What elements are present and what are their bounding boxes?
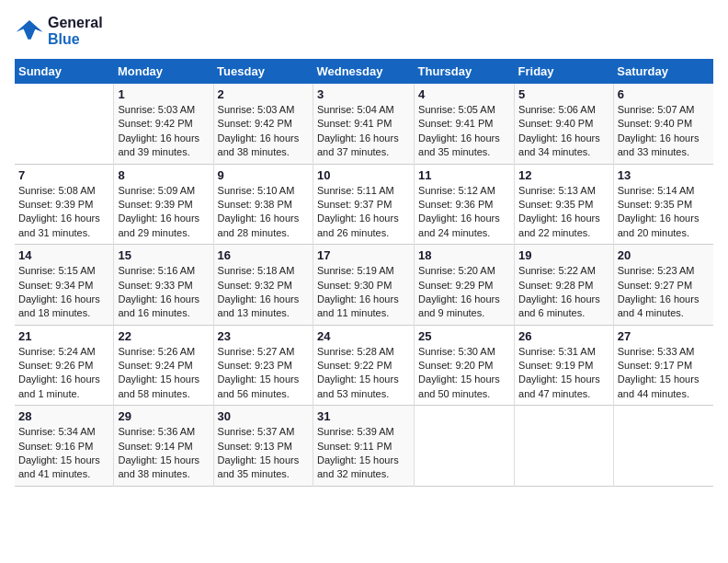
day-info: Sunrise: 5:03 AM Sunset: 9:42 PM Dayligh… <box>218 103 309 160</box>
day-info: Sunrise: 5:09 AM Sunset: 9:39 PM Dayligh… <box>118 184 209 241</box>
calendar-cell: 11Sunrise: 5:12 AM Sunset: 9:36 PM Dayli… <box>415 164 515 245</box>
day-info: Sunrise: 5:04 AM Sunset: 9:41 PM Dayligh… <box>317 103 410 160</box>
day-info: Sunrise: 5:13 AM Sunset: 9:35 PM Dayligh… <box>518 184 609 241</box>
calendar-table: SundayMondayTuesdayWednesdayThursdayFrid… <box>15 59 713 487</box>
day-number: 11 <box>418 168 510 182</box>
day-number: 29 <box>118 409 209 423</box>
day-info: Sunrise: 5:30 AM Sunset: 9:20 PM Dayligh… <box>418 345 510 402</box>
logo-bird-icon <box>15 18 44 44</box>
day-info: Sunrise: 5:20 AM Sunset: 9:29 PM Dayligh… <box>418 264 510 321</box>
calendar-cell: 1Sunrise: 5:03 AM Sunset: 9:42 PM Daylig… <box>114 84 213 164</box>
calendar-cell: 10Sunrise: 5:11 AM Sunset: 9:37 PM Dayli… <box>313 164 414 245</box>
day-info: Sunrise: 5:26 AM Sunset: 9:24 PM Dayligh… <box>118 345 209 402</box>
calendar-cell: 9Sunrise: 5:10 AM Sunset: 9:38 PM Daylig… <box>213 164 313 245</box>
day-number: 24 <box>317 329 410 343</box>
header-cell-friday: Friday <box>515 59 614 84</box>
calendar-cell: 5Sunrise: 5:06 AM Sunset: 9:40 PM Daylig… <box>515 84 614 164</box>
header-cell-thursday: Thursday <box>415 59 515 84</box>
calendar-cell <box>415 406 515 487</box>
day-number: 30 <box>218 409 309 423</box>
day-info: Sunrise: 5:19 AM Sunset: 9:30 PM Dayligh… <box>317 264 410 321</box>
calendar-cell: 21Sunrise: 5:24 AM Sunset: 9:26 PM Dayli… <box>15 325 114 406</box>
day-info: Sunrise: 5:06 AM Sunset: 9:40 PM Dayligh… <box>518 103 609 160</box>
calendar-cell: 30Sunrise: 5:37 AM Sunset: 9:13 PM Dayli… <box>213 406 313 487</box>
calendar-cell: 23Sunrise: 5:27 AM Sunset: 9:23 PM Dayli… <box>213 325 313 406</box>
calendar-cell: 19Sunrise: 5:22 AM Sunset: 9:28 PM Dayli… <box>515 245 614 326</box>
day-info: Sunrise: 5:28 AM Sunset: 9:22 PM Dayligh… <box>317 345 410 402</box>
day-number: 18 <box>418 248 510 262</box>
calendar-cell: 22Sunrise: 5:26 AM Sunset: 9:24 PM Dayli… <box>114 325 213 406</box>
day-number: 8 <box>118 168 209 182</box>
day-info: Sunrise: 5:27 AM Sunset: 9:23 PM Dayligh… <box>218 345 309 402</box>
calendar-cell <box>515 406 614 487</box>
day-number: 22 <box>118 329 209 343</box>
day-number: 27 <box>618 329 710 343</box>
day-info: Sunrise: 5:08 AM Sunset: 9:39 PM Dayligh… <box>18 184 109 241</box>
day-number: 17 <box>317 248 410 262</box>
header-row: SundayMondayTuesdayWednesdayThursdayFrid… <box>15 59 713 84</box>
week-row-3: 14Sunrise: 5:15 AM Sunset: 9:34 PM Dayli… <box>15 245 713 326</box>
calendar-cell: 28Sunrise: 5:34 AM Sunset: 9:16 PM Dayli… <box>15 406 114 487</box>
week-row-1: 1Sunrise: 5:03 AM Sunset: 9:42 PM Daylig… <box>15 84 713 164</box>
day-number: 9 <box>218 168 309 182</box>
day-number: 21 <box>18 329 109 343</box>
day-number: 3 <box>317 87 410 101</box>
day-number: 4 <box>418 87 510 101</box>
calendar-cell: 8Sunrise: 5:09 AM Sunset: 9:39 PM Daylig… <box>114 164 213 245</box>
day-number: 19 <box>518 248 609 262</box>
day-info: Sunrise: 5:34 AM Sunset: 9:16 PM Dayligh… <box>18 425 109 482</box>
day-info: Sunrise: 5:12 AM Sunset: 9:36 PM Dayligh… <box>418 184 510 241</box>
day-number: 20 <box>618 248 710 262</box>
logo: General Blue <box>15 15 103 48</box>
day-number: 15 <box>118 248 209 262</box>
calendar-cell: 16Sunrise: 5:18 AM Sunset: 9:32 PM Dayli… <box>213 245 313 326</box>
day-info: Sunrise: 5:11 AM Sunset: 9:37 PM Dayligh… <box>317 184 410 241</box>
day-number: 26 <box>518 329 609 343</box>
day-number: 7 <box>18 168 109 182</box>
day-info: Sunrise: 5:33 AM Sunset: 9:17 PM Dayligh… <box>618 345 710 402</box>
day-number: 1 <box>118 87 209 101</box>
calendar-cell: 27Sunrise: 5:33 AM Sunset: 9:17 PM Dayli… <box>613 325 713 406</box>
calendar-cell: 20Sunrise: 5:23 AM Sunset: 9:27 PM Dayli… <box>613 245 713 326</box>
day-info: Sunrise: 5:05 AM Sunset: 9:41 PM Dayligh… <box>418 103 510 160</box>
day-info: Sunrise: 5:23 AM Sunset: 9:27 PM Dayligh… <box>618 264 710 321</box>
day-number: 5 <box>518 87 609 101</box>
week-row-2: 7Sunrise: 5:08 AM Sunset: 9:39 PM Daylig… <box>15 164 713 245</box>
day-info: Sunrise: 5:31 AM Sunset: 9:19 PM Dayligh… <box>518 345 609 402</box>
calendar-cell: 12Sunrise: 5:13 AM Sunset: 9:35 PM Dayli… <box>515 164 614 245</box>
day-number: 14 <box>18 248 109 262</box>
header-cell-saturday: Saturday <box>613 59 713 84</box>
day-number: 28 <box>18 409 109 423</box>
day-info: Sunrise: 5:36 AM Sunset: 9:14 PM Dayligh… <box>118 425 209 482</box>
day-number: 6 <box>618 87 710 101</box>
day-number: 10 <box>317 168 410 182</box>
calendar-cell <box>15 84 114 164</box>
day-info: Sunrise: 5:07 AM Sunset: 9:40 PM Dayligh… <box>618 103 710 160</box>
day-info: Sunrise: 5:39 AM Sunset: 9:11 PM Dayligh… <box>317 425 410 482</box>
header-cell-wednesday: Wednesday <box>313 59 414 84</box>
day-info: Sunrise: 5:03 AM Sunset: 9:42 PM Dayligh… <box>118 103 209 160</box>
calendar-cell: 14Sunrise: 5:15 AM Sunset: 9:34 PM Dayli… <box>15 245 114 326</box>
calendar-cell: 17Sunrise: 5:19 AM Sunset: 9:30 PM Dayli… <box>313 245 414 326</box>
calendar-cell: 31Sunrise: 5:39 AM Sunset: 9:11 PM Dayli… <box>313 406 414 487</box>
day-number: 23 <box>218 329 309 343</box>
calendar-cell: 13Sunrise: 5:14 AM Sunset: 9:35 PM Dayli… <box>613 164 713 245</box>
day-info: Sunrise: 5:37 AM Sunset: 9:13 PM Dayligh… <box>218 425 309 482</box>
day-info: Sunrise: 5:16 AM Sunset: 9:33 PM Dayligh… <box>118 264 209 321</box>
calendar-cell: 6Sunrise: 5:07 AM Sunset: 9:40 PM Daylig… <box>613 84 713 164</box>
calendar-cell: 26Sunrise: 5:31 AM Sunset: 9:19 PM Dayli… <box>515 325 614 406</box>
calendar-cell: 3Sunrise: 5:04 AM Sunset: 9:41 PM Daylig… <box>313 84 414 164</box>
day-info: Sunrise: 5:18 AM Sunset: 9:32 PM Dayligh… <box>218 264 309 321</box>
calendar-cell <box>613 406 713 487</box>
day-number: 31 <box>317 409 410 423</box>
day-number: 16 <box>218 248 309 262</box>
day-number: 13 <box>618 168 710 182</box>
day-info: Sunrise: 5:22 AM Sunset: 9:28 PM Dayligh… <box>518 264 609 321</box>
header-cell-tuesday: Tuesday <box>213 59 313 84</box>
calendar-cell: 15Sunrise: 5:16 AM Sunset: 9:33 PM Dayli… <box>114 245 213 326</box>
calendar-cell: 7Sunrise: 5:08 AM Sunset: 9:39 PM Daylig… <box>15 164 114 245</box>
calendar-cell: 4Sunrise: 5:05 AM Sunset: 9:41 PM Daylig… <box>415 84 515 164</box>
day-info: Sunrise: 5:14 AM Sunset: 9:35 PM Dayligh… <box>618 184 710 241</box>
day-info: Sunrise: 5:24 AM Sunset: 9:26 PM Dayligh… <box>18 345 109 402</box>
day-info: Sunrise: 5:10 AM Sunset: 9:38 PM Dayligh… <box>218 184 309 241</box>
